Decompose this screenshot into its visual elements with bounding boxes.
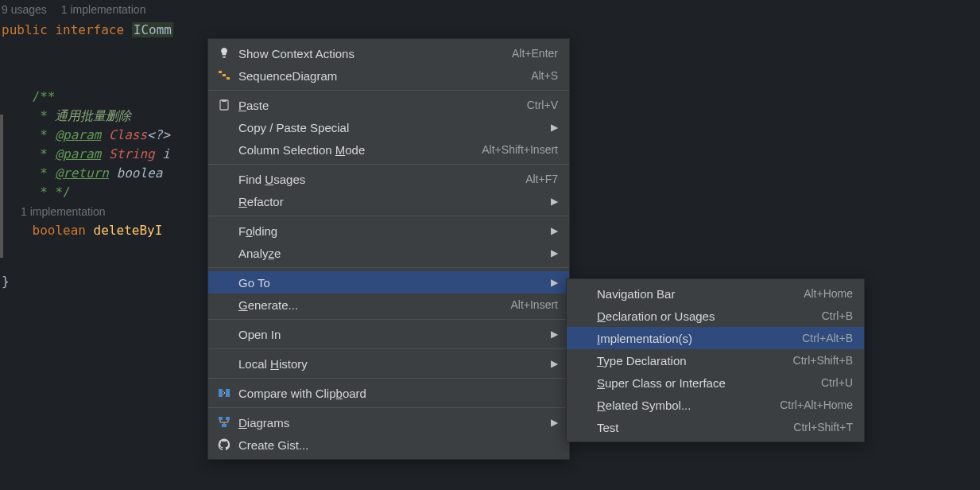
menu-item-label: Open In xyxy=(234,328,547,341)
diff-icon xyxy=(215,387,234,399)
code-line[interactable]: public interface IComm xyxy=(0,21,980,40)
menu-separator xyxy=(208,90,569,91)
github-icon xyxy=(215,438,234,451)
submenu-item-shortcut: Ctrl+Alt+B xyxy=(802,332,853,344)
usages-hint[interactable]: 9 usages xyxy=(2,3,47,16)
menu-separator xyxy=(208,267,569,268)
submenu-item-label: Related Symbol... xyxy=(592,399,780,412)
menu-item-shortcut: Alt+Shift+Insert xyxy=(482,143,558,156)
menu-item-label: Paste xyxy=(234,99,527,112)
menu-item-find-usages[interactable]: Find UsagesAlt+F7 xyxy=(208,168,569,190)
menu-item-go-to[interactable]: Go To▶ xyxy=(208,271,569,294)
menu-item-refactor[interactable]: Refactor▶ xyxy=(208,190,569,212)
context-menu: Show Context ActionsAlt+EnterSequenceDia… xyxy=(207,38,570,460)
submenu-item-shortcut: Ctrl+B xyxy=(822,309,853,322)
menu-item-copy-paste-special[interactable]: Copy / Paste Special▶ xyxy=(208,116,569,138)
menu-item-shortcut: Alt+S xyxy=(531,69,558,82)
implementation-hint[interactable]: 1 implementation xyxy=(61,3,146,16)
submenu-item-shortcut: Ctrl+Shift+B xyxy=(793,354,853,367)
menu-item-label: Compare with Clipboard xyxy=(234,387,558,400)
menu-item-create-gist[interactable]: Create Gist... xyxy=(208,434,569,456)
menu-item-label: Copy / Paste Special xyxy=(234,121,547,134)
menu-item-paste[interactable]: PasteCtrl+V xyxy=(208,94,569,116)
menu-item-show-context-actions[interactable]: Show Context ActionsAlt+Enter xyxy=(208,42,569,64)
submenu-arrow-icon: ▶ xyxy=(547,277,558,288)
svg-rect-8 xyxy=(226,417,230,420)
menu-separator xyxy=(208,407,569,408)
submenu-item-navigation-bar[interactable]: Navigation BarAlt+Home xyxy=(567,282,864,305)
submenu-item-declaration-or-usages[interactable]: Declaration or UsagesCtrl+B xyxy=(567,305,864,327)
menu-item-label: Refactor xyxy=(234,195,547,208)
seq-icon xyxy=(215,69,234,82)
method-name[interactable]: deleteByI xyxy=(94,223,163,238)
menu-item-diagrams[interactable]: Diagrams▶ xyxy=(208,411,569,434)
submenu-item-label: Navigation Bar xyxy=(592,287,804,301)
menu-item-folding[interactable]: Folding▶ xyxy=(208,220,569,242)
menu-item-label: Column Selection Mode xyxy=(234,143,482,157)
menu-separator xyxy=(208,378,569,379)
submenu-arrow-icon: ▶ xyxy=(547,329,558,340)
menu-separator xyxy=(208,348,569,349)
submenu-item-shortcut: Alt+Home xyxy=(804,287,853,300)
submenu-arrow-icon: ▶ xyxy=(547,417,558,428)
menu-item-analyze[interactable]: Analyze▶ xyxy=(208,242,569,264)
menu-separator xyxy=(208,319,569,320)
menu-item-column-selection-mode[interactable]: Column Selection ModeAlt+Shift+Insert xyxy=(208,138,569,161)
editor-inlay-hints: 9 usages1 implementation xyxy=(0,3,980,21)
menu-item-open-in[interactable]: Open In▶ xyxy=(208,323,569,345)
goto-submenu: Navigation BarAlt+HomeDeclaration or Usa… xyxy=(566,278,865,442)
submenu-item-label: Type Declaration xyxy=(592,354,793,368)
submenu-item-super-class-or-interface[interactable]: Super Class or InterfaceCtrl+U xyxy=(567,371,864,394)
menu-item-label: Analyze xyxy=(234,247,547,260)
menu-item-label: Create Gist... xyxy=(234,438,558,452)
svg-rect-9 xyxy=(222,424,227,427)
svg-rect-5 xyxy=(219,389,223,397)
submenu-item-shortcut: Ctrl+Shift+T xyxy=(793,421,853,434)
menu-item-label: Local History xyxy=(234,357,547,371)
submenu-item-shortcut: Ctrl+U xyxy=(821,376,853,389)
menu-separator xyxy=(208,164,569,165)
svg-rect-7 xyxy=(219,417,223,420)
bulb-icon xyxy=(215,47,234,60)
submenu-item-label: Declaration or Usages xyxy=(592,309,822,323)
submenu-item-test[interactable]: TestCtrl+Shift+T xyxy=(567,416,864,438)
menu-item-shortcut: Alt+F7 xyxy=(525,173,558,185)
diag-icon xyxy=(215,416,234,429)
submenu-item-shortcut: Ctrl+Alt+Home xyxy=(780,399,853,411)
menu-item-label: Folding xyxy=(234,224,547,238)
svg-rect-4 xyxy=(222,99,227,102)
menu-item-sequencediagram[interactable]: SequenceDiagramAlt+S xyxy=(208,64,569,87)
menu-item-shortcut: Alt+Enter xyxy=(512,47,558,60)
submenu-item-related-symbol[interactable]: Related Symbol...Ctrl+Alt+Home xyxy=(567,394,864,416)
submenu-item-implementation-s[interactable]: Implementation(s)Ctrl+Alt+B xyxy=(567,327,864,349)
menu-item-local-history[interactable]: Local History▶ xyxy=(208,352,569,375)
svg-rect-6 xyxy=(226,389,230,397)
submenu-item-type-declaration[interactable]: Type DeclarationCtrl+Shift+B xyxy=(567,349,864,371)
menu-item-compare-with-clipboard[interactable]: Compare with Clipboard xyxy=(208,382,569,404)
menu-item-generate[interactable]: Generate...Alt+Insert xyxy=(208,294,569,316)
svg-rect-2 xyxy=(227,77,230,80)
svg-rect-1 xyxy=(223,74,226,76)
submenu-arrow-icon: ▶ xyxy=(547,225,558,236)
menu-item-label: Generate... xyxy=(234,298,510,312)
submenu-arrow-icon: ▶ xyxy=(547,247,558,259)
submenu-arrow-icon: ▶ xyxy=(547,122,558,133)
menu-item-shortcut: Ctrl+V xyxy=(527,99,558,111)
menu-item-label: Go To xyxy=(234,276,547,290)
menu-item-label: Find Usages xyxy=(234,173,525,186)
menu-item-shortcut: Alt+Insert xyxy=(510,298,558,311)
submenu-arrow-icon: ▶ xyxy=(547,196,558,207)
svg-rect-0 xyxy=(219,71,222,73)
submenu-item-label: Super Class or Interface xyxy=(592,376,821,390)
gutter-change-marker xyxy=(0,115,3,258)
menu-separator xyxy=(208,216,569,216)
menu-item-label: Diagrams xyxy=(234,416,547,430)
type-name[interactable]: IComm xyxy=(132,22,173,37)
submenu-item-label: Test xyxy=(592,421,793,434)
menu-item-label: Show Context Actions xyxy=(234,47,512,60)
submenu-arrow-icon: ▶ xyxy=(547,358,558,369)
submenu-item-label: Implementation(s) xyxy=(592,332,802,345)
menu-item-label: SequenceDiagram xyxy=(234,69,531,83)
paste-icon xyxy=(215,99,234,111)
